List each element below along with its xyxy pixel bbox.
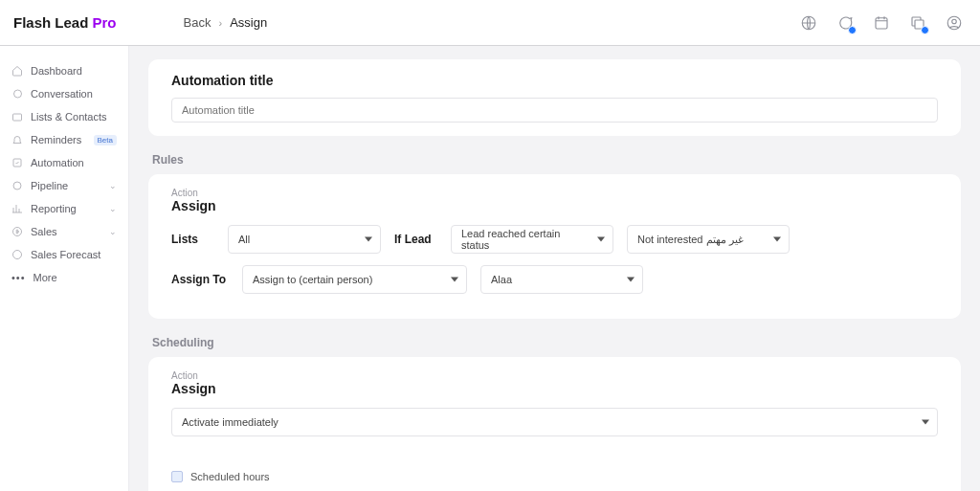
folder-icon [11,111,23,123]
sidebar-item-label: Reporting [31,203,101,214]
chat-icon[interactable] [836,14,854,32]
chevron-down-icon: ⌄ [109,204,117,213]
automation-title-card: Automation title [148,59,961,136]
sidebar-item-label: Reminders [31,134,86,145]
breadcrumb-current: Assign [230,15,267,30]
card-heading: Automation title [171,73,938,88]
person-select[interactable]: Alaa [480,265,643,294]
lists-select[interactable]: All [228,225,381,254]
svg-point-7 [13,182,21,190]
assignto-select[interactable]: Assign to (certain person) [242,265,467,294]
sidebar-item-reporting[interactable]: Reporting ⌄ [8,197,121,220]
dollar-icon [11,226,23,237]
main-content: Automation title Rules Action Assign Lis… [129,46,980,491]
scheduled-hours-checkbox[interactable] [171,471,183,482]
home-icon [11,65,23,77]
scheduled-hours-label: Scheduled hours [190,471,270,482]
activate-select[interactable]: Activate immediately [171,408,938,436]
action-name: Assign [171,198,938,213]
forecast-icon [11,249,23,260]
chevron-right-icon: › [218,17,222,29]
sidebar: Dashboard Conversation Lists & Contacts … [0,46,129,491]
iflead-select[interactable]: Lead reached certain status [451,225,613,254]
brand-name: Flash Lead [13,14,93,31]
sidebar-item-pipeline[interactable]: Pipeline ⌄ [8,174,121,197]
user-avatar-icon[interactable] [946,14,963,32]
sidebar-item-dashboard[interactable]: Dashboard [8,59,121,82]
scheduled-hours-row: Scheduled hours [171,471,938,482]
notification-badge [848,26,857,34]
beta-badge: Beta [94,135,117,145]
sidebar-item-sales[interactable]: Sales ⌄ [8,220,121,243]
globe-icon[interactable] [800,14,817,32]
chart-icon [11,203,23,214]
rules-row-1: Lists All If Lead Lead reached certain s… [171,225,938,254]
topbar: Flash Lead Pro Back › Assign [0,0,980,46]
automation-icon [11,157,23,168]
action-label: Action [171,188,938,198]
sidebar-item-label: Lists & Contacts [31,111,117,123]
action-label: Action [171,370,938,381]
sidebar-item-automation[interactable]: Automation [8,151,121,174]
topbar-actions [800,14,970,32]
sidebar-more-label: More [33,272,57,283]
scheduling-card: Action Assign Activate immediately Sched… [148,357,961,491]
chat-icon [11,88,23,100]
dots-icon: ••• [11,272,26,283]
rules-card: Action Assign Lists All If Lead Lead rea… [148,174,961,319]
automation-title-input[interactable] [171,98,938,123]
sidebar-item-reminders[interactable]: Reminders Beta [8,128,121,151]
action-name: Assign [171,381,938,396]
brand-logo: Flash Lead Pro [13,14,117,31]
sidebar-item-forecast[interactable]: Sales Forecast [8,243,121,266]
svg-rect-1 [876,17,887,28]
sidebar-more[interactable]: ••• More [8,266,121,289]
calendar-icon[interactable] [873,14,890,32]
iflead-label: If Lead [394,233,437,246]
rules-section-label: Rules [152,153,961,167]
lists-label: Lists [171,233,214,246]
pipeline-icon [11,180,23,191]
sidebar-item-label: Conversation [31,88,117,100]
brand-suffix: Pro [93,14,117,31]
status-select[interactable]: Not interested غير مهتم [627,225,790,254]
assignto-label: Assign To [171,273,229,286]
copy-icon[interactable] [909,14,926,32]
scheduling-section-label: Scheduling [152,336,961,349]
breadcrumb: Back › Assign [184,15,268,30]
sidebar-item-label: Automation [31,157,117,168]
sidebar-item-label: Pipeline [31,180,101,191]
svg-rect-5 [13,114,22,121]
sidebar-item-label: Sales [31,226,101,237]
chevron-down-icon: ⌄ [109,227,117,236]
sidebar-item-label: Sales Forecast [31,249,117,260]
sidebar-item-label: Dashboard [31,65,117,77]
svg-point-4 [952,19,957,24]
notification-badge [921,26,929,34]
chevron-down-icon: ⌄ [109,181,117,190]
bell-icon [11,134,23,145]
breadcrumb-back[interactable]: Back [184,15,212,30]
sidebar-item-conversation[interactable]: Conversation [8,82,121,105]
svg-point-9 [13,251,22,259]
sidebar-item-lists[interactable]: Lists & Contacts [8,105,121,128]
rules-row-2: Assign To Assign to (certain person) Ala… [171,265,938,294]
